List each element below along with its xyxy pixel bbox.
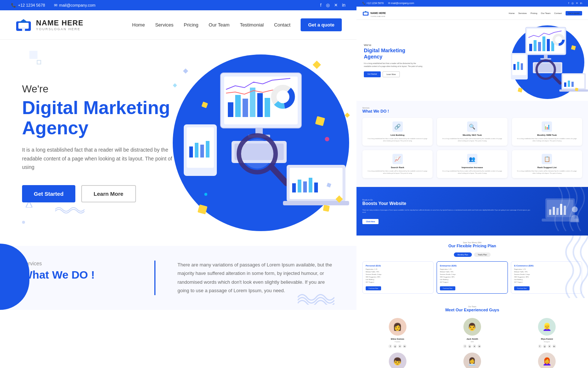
preview-li-1[interactable]: in	[403, 344, 406, 348]
preview-avatar-img-5: 👩‍💼	[463, 353, 481, 368]
nav-contact[interactable]: Contact	[274, 22, 291, 28]
facebook-icon[interactable]: f	[320, 3, 321, 8]
preview-panel[interactable]: 📞 +12 1234 5678 ✉ mail@company.com f ◎ ✕…	[356, 0, 588, 368]
preview-enterprise-title: Enterprise ($20)	[440, 265, 505, 267]
preview-nav-team[interactable]: Our Team	[541, 12, 551, 14]
preview-li-3[interactable]: in	[552, 344, 556, 348]
logo-name: NAME HERE	[36, 19, 83, 27]
preview-fb-3[interactable]: f	[538, 344, 542, 348]
services-section: Services What We DO ! There are many var…	[0, 246, 356, 310]
preview-personal-f4: SEO Suggestion: 80%	[366, 276, 430, 278]
services-left: Services What We DO !	[22, 261, 132, 295]
svg-rect-35	[314, 183, 318, 192]
preview-pricing-section: Save Your Money With Our Flexible Pricin…	[356, 236, 588, 300]
preview-team-member-4: 👦 Roy Homes Developer f ◎ ✕ in	[362, 353, 433, 368]
svg-point-85	[572, 206, 578, 212]
preview-enterprise-btn[interactable]: Purchase Now	[440, 286, 455, 290]
preview-quote-btn[interactable]: Get a quote	[566, 11, 582, 15]
preview-logo-texts: NAME HERE YOURSLOGAN HERE	[370, 9, 386, 17]
preview-fb-2[interactable]: f	[463, 344, 467, 348]
svg-rect-38	[198, 205, 208, 215]
preview-tw-1[interactable]: ✕	[398, 344, 402, 348]
preview-boost-btn[interactable]: Click Here	[362, 219, 379, 224]
preview-avatar-4: 👦	[389, 353, 406, 368]
blue-blob-deco	[0, 244, 29, 310]
learn-more-button[interactable]: Learn More	[81, 185, 136, 202]
preview-fb-1[interactable]: f	[388, 344, 392, 348]
preview-service-desc-1: It is a long established fact that a rea…	[366, 138, 429, 142]
hero-section: We're Digital Marketing Agency It is a l…	[0, 40, 356, 246]
preview-tw-icon: ✕	[576, 2, 578, 5]
get-started-button[interactable]: Get Started	[22, 185, 75, 202]
preview-member-name-3: Riya Kemni	[512, 338, 582, 340]
svg-rect-71	[568, 81, 570, 87]
svg-rect-73	[559, 89, 588, 92]
preview-personal-f6: 24/7 Support	[366, 281, 430, 283]
preview-ig-1[interactable]: ◎	[393, 344, 397, 348]
svg-rect-8	[235, 95, 241, 117]
svg-rect-32	[298, 180, 301, 192]
preview-avatar-img-2: 👨	[463, 318, 481, 336]
get-quote-button[interactable]: Get a quote	[301, 18, 342, 31]
preview-nav-home[interactable]: Home	[509, 12, 514, 14]
preview-member-role-1: Founder	[362, 341, 433, 343]
preview-ig-3[interactable]: ◎	[543, 344, 546, 348]
services-label: Services	[22, 261, 132, 266]
preview-nav-pricing[interactable]: Pricing	[530, 12, 537, 14]
preview-li-2[interactable]: in	[477, 344, 481, 348]
preview-service-title-3: Monthly SMM Task	[516, 134, 578, 136]
preview-nav-contact[interactable]: Contact	[554, 12, 562, 14]
services-divider	[154, 261, 155, 295]
preview-get-started-btn[interactable]: Get Started	[364, 71, 381, 77]
preview-learn-more-btn[interactable]: Learn More	[383, 71, 400, 77]
deco-square-2	[37, 60, 41, 64]
preview-member-role-3: Designer	[512, 341, 582, 343]
svg-rect-3	[22, 27, 25, 31]
svg-rect-22	[189, 146, 193, 158]
preview-hero-btns: Get Started Learn More	[364, 71, 423, 77]
preview-tab-monthly[interactable]: Monthly Plan	[454, 252, 472, 257]
nav-testimonial[interactable]: Testimonial	[240, 22, 264, 28]
nav-team[interactable]: Our Team	[209, 22, 230, 28]
preview-avatar-1: 👩	[389, 318, 406, 336]
svg-rect-49	[529, 44, 532, 51]
instagram-icon[interactable]: ◎	[326, 3, 330, 8]
pricing-wave-deco	[548, 236, 588, 300]
preview-avatar-6: 👩‍🦰	[538, 353, 556, 368]
preview-service-card-1: 🔗 Link Building It is a long established…	[362, 118, 433, 146]
preview-tw-3[interactable]: ✕	[548, 344, 551, 348]
preview-boost-desc: There are many variations of passages of…	[362, 209, 532, 214]
preview-service-title-5: Impression Increase	[441, 166, 503, 169]
preview-tab-yearly[interactable]: Yearly Plan	[474, 252, 491, 257]
preview-team-member-2: 👨 Jack Smith CEO f ◎ ✕ in	[437, 318, 507, 348]
preview-team-member-5: 👩‍💼 Erinni Smith Marketer f ◎ ✕ in	[437, 353, 507, 368]
preview-ecommerce-btn[interactable]: Purchase Now	[514, 286, 530, 290]
boost-svg	[538, 193, 582, 230]
preview-boost-left: Ready to Go Boosts Your Website There ar…	[362, 199, 532, 224]
preview-team-member-1: 👩 Elina Gomes Founder f ◎ ✕ in	[362, 318, 433, 348]
nav-services[interactable]: Services	[155, 22, 173, 28]
preview-member-name-2: Jack Smith	[437, 338, 507, 340]
preview-personal-btn[interactable]: Purchase Now	[366, 286, 381, 290]
svg-rect-63	[513, 64, 516, 70]
hero-title: Digital Marketing Agency	[22, 98, 176, 138]
hero-buttons: Get Started Learn More	[22, 185, 176, 202]
preview-avatar-img-1: 👩	[389, 318, 406, 336]
nav-pricing[interactable]: Pricing	[184, 22, 198, 28]
nav-home[interactable]: Home	[132, 22, 145, 28]
preview-tw-2[interactable]: ✕	[473, 344, 476, 348]
svg-rect-64	[517, 62, 519, 70]
svg-rect-84	[564, 206, 566, 215]
preview-email: ✉ mail@company.com	[388, 2, 414, 5]
svg-rect-76	[575, 88, 578, 91]
phone-icon: 📞	[11, 3, 16, 8]
top-bar: 📞 +12 1234 5678 ✉ mail@company.com f ◎ ✕…	[0, 0, 356, 10]
preview-nav-services[interactable]: Services	[518, 12, 527, 14]
preview-service-icon-4: 📈	[392, 154, 403, 164]
preview-services-section: Services What We DO ! 🔗 Link Building It…	[356, 101, 588, 187]
preview-ig-2[interactable]: ◎	[468, 344, 472, 348]
linkedin-icon[interactable]: in	[342, 3, 345, 8]
twitter-icon[interactable]: ✕	[334, 3, 338, 8]
svg-rect-40	[201, 102, 208, 108]
phone-info: 📞 +12 1234 5678	[11, 3, 45, 8]
